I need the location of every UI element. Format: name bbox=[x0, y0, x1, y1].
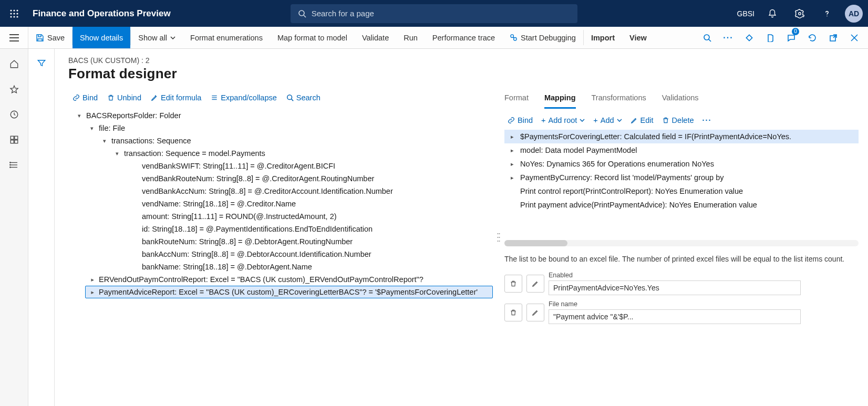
tab-validations[interactable]: Validations bbox=[662, 90, 699, 108]
bell-icon[interactable] bbox=[761, 2, 784, 25]
svg-rect-29 bbox=[14, 140, 17, 143]
splitter-handle[interactable] bbox=[493, 90, 504, 406]
recent-icon[interactable] bbox=[9, 110, 19, 119]
popout-icon[interactable] bbox=[824, 28, 843, 47]
home-icon[interactable] bbox=[9, 59, 19, 69]
caret-icon: ▸ bbox=[509, 174, 516, 181]
performance-trace-button[interactable]: Performance trace bbox=[425, 27, 502, 48]
messages-badge: 0 bbox=[792, 28, 799, 35]
datasource-item[interactable]: ▸PaymentByCurrency: Record list 'model/P… bbox=[504, 171, 859, 184]
tree-node[interactable]: ▾transactions: Sequence bbox=[98, 134, 493, 147]
tree-leaf[interactable]: vendBankAccNum: String[8..8] = @.Credito… bbox=[128, 185, 493, 197]
tree-node[interactable]: ▾ERVendOutPaymControlReport: Excel = "BA… bbox=[85, 273, 493, 286]
tree-node[interactable]: ▾BACSReportsFolder: Folder bbox=[73, 109, 493, 122]
svg-point-7 bbox=[13, 16, 15, 17]
tree-leaf[interactable]: bankName: String[18..18] = @.DebtorAgent… bbox=[128, 261, 493, 273]
filename-label: File name bbox=[549, 300, 801, 308]
datasource-item[interactable]: ▸model: Data model PaymentModel bbox=[504, 143, 859, 157]
svg-point-19 bbox=[704, 35, 709, 40]
add-root-action[interactable]: +Add root bbox=[541, 116, 585, 124]
svg-point-41 bbox=[498, 233, 499, 234]
expand-collapse-action[interactable]: Expand/collapse bbox=[211, 93, 276, 102]
datasource-item[interactable]: ▸NoYes: Dynamics 365 for Operations enum… bbox=[504, 157, 859, 171]
description-text: The list to be bound to an excel file. T… bbox=[504, 254, 859, 264]
svg-point-9 bbox=[299, 11, 304, 16]
svg-point-12 bbox=[826, 15, 828, 16]
edit-action[interactable]: Edit bbox=[631, 116, 654, 124]
filename-value[interactable]: "Payment advice "&'$P... bbox=[549, 309, 801, 324]
right-tabs: Format Mapping Transformations Validatio… bbox=[504, 90, 859, 109]
search-cmd-icon[interactable] bbox=[698, 28, 717, 47]
tree-leaf[interactable]: bankRouteNum: String[8..8] = @.DebtorAge… bbox=[128, 235, 493, 248]
unbind-action[interactable]: Unbind bbox=[107, 93, 141, 102]
tree-node-selected[interactable]: ▾PaymentAdviceReport: Excel = "BACS (UK … bbox=[85, 286, 493, 298]
show-details-button[interactable]: Show details bbox=[73, 27, 130, 48]
tree-leaf[interactable]: bankAccNum: String[8..8] = @.DebtorAccou… bbox=[128, 248, 493, 261]
refresh-icon[interactable] bbox=[803, 28, 822, 47]
svg-point-43 bbox=[498, 237, 499, 238]
add-action[interactable]: +Add bbox=[593, 116, 622, 124]
more-action[interactable]: ··· bbox=[702, 116, 712, 124]
datasource-item[interactable]: Print control report(PrintControlReport)… bbox=[504, 184, 859, 198]
diamond-icon[interactable] bbox=[740, 28, 759, 47]
messages-icon[interactable]: 0 bbox=[782, 28, 801, 47]
trash-icon bbox=[107, 94, 115, 101]
tab-transformations[interactable]: Transformations bbox=[592, 90, 646, 108]
search-input[interactable]: Search for a page bbox=[291, 4, 577, 23]
map-format-button[interactable]: Map format to model bbox=[270, 27, 355, 48]
office-icon[interactable] bbox=[761, 28, 780, 47]
workspaces-icon[interactable] bbox=[9, 135, 19, 144]
search-action[interactable]: Search bbox=[286, 93, 321, 102]
edit-prop-button[interactable] bbox=[526, 304, 544, 321]
org-code[interactable]: GBSI bbox=[737, 9, 755, 18]
delete-prop-button[interactable] bbox=[504, 275, 522, 293]
menu-icon[interactable] bbox=[9, 34, 19, 41]
tree-leaf[interactable]: vendBankRouteNum: String[8..8] = @.Credi… bbox=[128, 172, 493, 185]
svg-point-2 bbox=[16, 9, 18, 11]
edit-prop-button[interactable] bbox=[526, 275, 544, 293]
tree-leaf[interactable]: vendBankSWIFT: String[11..11] = @.Credit… bbox=[128, 160, 493, 172]
datasource-item[interactable]: ▸$PaymentsForCoveringLetter: Calculated … bbox=[504, 130, 859, 143]
edit-formula-action[interactable]: Edit formula bbox=[151, 93, 201, 102]
close-icon[interactable] bbox=[845, 28, 864, 47]
chevron-down-icon bbox=[617, 119, 622, 122]
svg-line-10 bbox=[304, 15, 306, 17]
bind-action[interactable]: Bind bbox=[73, 93, 98, 102]
tab-mapping[interactable]: Mapping bbox=[544, 90, 576, 109]
delete-prop-button[interactable] bbox=[504, 304, 522, 321]
format-tree[interactable]: ▾BACSReportsFolder: Folder ▾file: File ▾… bbox=[68, 109, 493, 406]
tree-leaf[interactable]: id: String[18..18] = @.PaymentIdentifica… bbox=[128, 223, 493, 235]
datasource-list[interactable]: ▸$PaymentsForCoveringLetter: Calculated … bbox=[504, 130, 859, 235]
start-debugging-button[interactable]: Start Debugging bbox=[502, 27, 583, 48]
view-button[interactable]: View bbox=[622, 27, 654, 48]
tree-leaf[interactable]: vendName: String[18..18] = @.Creditor.Na… bbox=[128, 197, 493, 210]
tree-node[interactable]: ▾transaction: Sequence = model.Payments bbox=[110, 147, 493, 160]
save-button[interactable]: Save bbox=[28, 27, 72, 48]
waffle-icon[interactable] bbox=[0, 9, 28, 18]
filter-icon[interactable] bbox=[37, 58, 46, 406]
tab-format[interactable]: Format bbox=[504, 90, 529, 108]
tree-node[interactable]: ▾file: File bbox=[85, 122, 493, 134]
show-all-button[interactable]: Show all bbox=[131, 27, 183, 48]
datasource-item[interactable]: Print payment advice(PrintPaymentAdvice)… bbox=[504, 198, 859, 212]
gear-icon[interactable] bbox=[788, 2, 811, 25]
ds-bind-action[interactable]: Bind bbox=[508, 116, 533, 124]
import-button[interactable]: Import bbox=[584, 27, 622, 48]
svg-point-3 bbox=[10, 13, 12, 14]
modules-icon[interactable] bbox=[9, 160, 19, 170]
format-enumerations-button[interactable]: Format enumerations bbox=[183, 27, 270, 48]
svg-point-1 bbox=[13, 9, 15, 11]
run-button[interactable]: Run bbox=[396, 27, 425, 48]
help-icon[interactable] bbox=[815, 2, 839, 25]
enabled-value[interactable]: PrintPaymentAdvice=NoYes.Yes bbox=[549, 280, 801, 295]
caret-icon: ▸ bbox=[509, 147, 516, 154]
more-icon[interactable]: ··· bbox=[719, 28, 738, 47]
caret-icon: ▸ bbox=[509, 133, 516, 140]
app-title: Finance and Operations Preview bbox=[33, 8, 171, 19]
validate-button[interactable]: Validate bbox=[355, 27, 396, 48]
tree-leaf[interactable]: amount: String[11..11] = ROUND(@.Instruc… bbox=[128, 210, 493, 223]
star-icon[interactable] bbox=[9, 85, 19, 94]
delete-action[interactable]: Delete bbox=[662, 116, 694, 124]
scrollbar[interactable] bbox=[504, 240, 859, 246]
avatar[interactable]: AD bbox=[845, 5, 863, 23]
